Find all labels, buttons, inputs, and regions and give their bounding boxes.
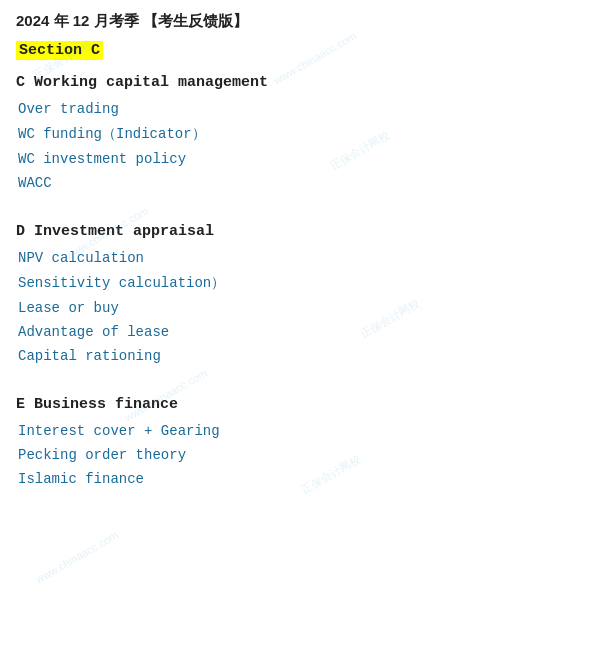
topic-item: Sensitivity calculation）	[16, 274, 579, 292]
section-c-label: Section C	[16, 41, 103, 60]
topic-item: WC funding（Indicator）	[16, 125, 579, 143]
page-title: 2024 年 12 月考季 【考生反馈版】	[16, 12, 579, 31]
topic-item: Interest cover + Gearing	[16, 423, 579, 439]
topic-item: Pecking order theory	[16, 447, 579, 463]
section-d-heading: D Investment appraisal	[16, 223, 579, 240]
topic-item: Lease or buy	[16, 300, 579, 316]
topic-item: WACC	[16, 175, 579, 191]
topic-item: NPV calculation	[16, 250, 579, 266]
section-e-block: E Business finance Interest cover + Gear…	[16, 396, 579, 487]
section-d-block: D Investment appraisal NPV calculation S…	[16, 223, 579, 364]
topic-item: WC investment policy	[16, 151, 579, 167]
section-c-block: Section C C Working capital management O…	[16, 41, 579, 191]
topic-item: Over trading	[16, 101, 579, 117]
topic-item: Advantage of lease	[16, 324, 579, 340]
section-c-heading: C Working capital management	[16, 74, 579, 91]
topic-item: Islamic finance	[16, 471, 579, 487]
section-e-heading: E Business finance	[16, 396, 579, 413]
topic-item: Capital rationing	[16, 348, 579, 364]
